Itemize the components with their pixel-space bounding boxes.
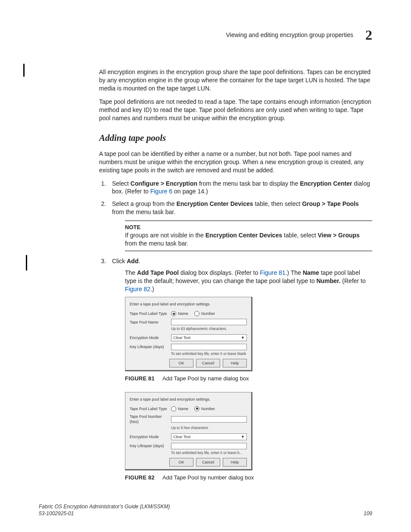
figure-label: FIGURE 82 bbox=[125, 474, 155, 481]
chevron-down-icon: ▼ bbox=[241, 335, 245, 340]
encryption-mode-select[interactable]: Clear Text▼ bbox=[171, 433, 247, 440]
select-value: Clear Text bbox=[173, 434, 190, 439]
revision-bar bbox=[26, 255, 27, 271]
text: . bbox=[138, 258, 140, 264]
help-button[interactable]: Help bbox=[223, 458, 247, 467]
radio-icon bbox=[171, 406, 176, 411]
text: Click bbox=[112, 258, 127, 264]
text: from the menu task bar to display the bbox=[197, 180, 300, 187]
encryption-mode-select[interactable]: Clear Text▼ bbox=[171, 334, 247, 341]
ui-name: Encryption Center Devices bbox=[206, 232, 282, 239]
key-lifespan-hint: To set unlimited key life, enter 0 or le… bbox=[171, 451, 247, 455]
chevron-down-icon: ▼ bbox=[241, 434, 245, 439]
encryption-mode-label: Encryption Mode bbox=[130, 434, 171, 439]
chapter-number: 2 bbox=[365, 26, 372, 44]
intro-paragraph-1: All encryption engines in the encryption… bbox=[99, 68, 372, 93]
add-tape-pool-number-dialog: Enter a tape pool label and encryption s… bbox=[125, 392, 252, 471]
dialog-instruction: Enter a tape pool label and encryption s… bbox=[130, 302, 247, 307]
encryption-mode-label: Encryption Mode bbox=[130, 335, 171, 340]
cancel-button[interactable]: Cancel bbox=[196, 359, 220, 367]
menu-path: View > Groups bbox=[318, 232, 359, 239]
cancel-button[interactable]: Cancel bbox=[196, 458, 220, 467]
footer-left: Fabric OS Encryption Administrator's Gui… bbox=[39, 503, 170, 517]
radio-label: Number bbox=[201, 406, 215, 411]
step-2: Select a group from the Encryption Cente… bbox=[108, 200, 372, 251]
pool-name-input[interactable] bbox=[171, 319, 247, 325]
note-box: NOTE If groups are not visible in the En… bbox=[125, 221, 372, 251]
doc-title: Fabric OS Encryption Administrator's Gui… bbox=[39, 503, 170, 510]
pool-name-label: Tape Pool Name bbox=[130, 320, 171, 325]
figure-82-caption: FIGURE 82Add Tape Pool by number dialog … bbox=[125, 474, 372, 482]
text: dialog box displays. (Refer to bbox=[179, 269, 260, 276]
figure-xref[interactable]: Figure 6 bbox=[150, 188, 172, 195]
figure-81-caption: FIGURE 81Add Tape Pool by name dialog bo… bbox=[125, 375, 372, 383]
ui-name: Encryption Center Devices bbox=[176, 200, 253, 207]
radio-icon bbox=[194, 406, 199, 411]
figure-label: FIGURE 81 bbox=[125, 375, 155, 382]
pool-number-input[interactable] bbox=[171, 416, 247, 423]
radio-name[interactable]: Name bbox=[171, 406, 188, 411]
ui-name: Encryption Center bbox=[300, 180, 352, 187]
ui-name: Add Tape Pool bbox=[137, 269, 179, 276]
pool-number-label: Tape Pool Number (hex) bbox=[130, 414, 171, 424]
text: table, select bbox=[282, 232, 318, 239]
section-paragraph: A tape pool can be identified by either … bbox=[99, 150, 372, 174]
ui-name: Number. bbox=[316, 277, 340, 284]
radio-icon bbox=[194, 311, 199, 316]
radio-number[interactable]: Number bbox=[194, 406, 215, 411]
text: table, then select bbox=[253, 200, 302, 207]
figure-xref[interactable]: Figure 81 bbox=[260, 269, 285, 276]
page-footer: Fabric OS Encryption Administrator's Gui… bbox=[39, 503, 372, 517]
text: The bbox=[125, 269, 137, 276]
radio-label: Name bbox=[178, 311, 188, 316]
figure-xref[interactable]: Figure 82 bbox=[125, 286, 150, 292]
running-title: Viewing and editing encryption group pro… bbox=[226, 31, 354, 39]
procedure-list: Select Configure > Encryption from the m… bbox=[99, 180, 372, 482]
menu-path: Group > Tape Pools bbox=[302, 200, 359, 207]
step-3: Click Add. The Add Tape Pool dialog box … bbox=[108, 257, 372, 481]
page-header: Viewing and editing encryption group pro… bbox=[39, 26, 372, 44]
radio-label: Number bbox=[201, 311, 215, 316]
ok-button[interactable]: OK bbox=[169, 458, 193, 467]
figure-title: Add Tape Pool by number dialog box bbox=[162, 474, 254, 481]
text: (Refer to bbox=[340, 277, 365, 284]
radio-name[interactable]: Name bbox=[171, 311, 188, 316]
revision-bar bbox=[23, 64, 25, 77]
text: from the menu task bar. bbox=[125, 240, 188, 247]
pool-number-hint: Up to 8 hex characters. bbox=[171, 426, 247, 430]
help-button[interactable]: Help bbox=[223, 359, 247, 367]
section-heading: Adding tape pools bbox=[99, 132, 372, 144]
radio-label: Name bbox=[178, 406, 188, 411]
radio-number[interactable]: Number bbox=[194, 311, 215, 316]
label-type-label: Tape Pool Label Type bbox=[130, 406, 171, 411]
text: on page 14.) bbox=[172, 188, 208, 195]
dialog-instruction: Enter a tape pool label and encryption s… bbox=[130, 397, 247, 402]
text: Select a group from the bbox=[112, 200, 176, 207]
text: If groups are not visible in the bbox=[125, 232, 206, 239]
key-lifespan-label: Key Lifespan (days) bbox=[130, 443, 171, 448]
page-number: 109 bbox=[364, 510, 372, 517]
button-name: Add bbox=[127, 258, 138, 264]
pool-name-hint: Up to 63 alphanumeric characters. bbox=[171, 327, 247, 331]
text: .) bbox=[150, 286, 154, 292]
note-text: If groups are not visible in the Encrypt… bbox=[125, 231, 372, 248]
figure-title: Add Tape Pool by name dialog box bbox=[162, 375, 249, 382]
key-lifespan-label: Key Lifespan (days) bbox=[130, 344, 171, 349]
text: from the menu task bar. bbox=[112, 208, 175, 215]
radio-icon bbox=[171, 311, 176, 316]
key-lifespan-hint: To set unlimited key life, enter 0 or le… bbox=[171, 352, 247, 356]
label-type-label: Tape Pool Label Type bbox=[130, 311, 171, 316]
doc-partnumber: 53-1002925-01 bbox=[39, 510, 170, 517]
intro-paragraph-2: Tape pool definitions are not needed to … bbox=[99, 98, 372, 122]
text: Select bbox=[112, 180, 131, 187]
key-lifespan-input[interactable] bbox=[171, 443, 247, 449]
note-label: NOTE bbox=[125, 224, 372, 231]
menu-path: Configure > Encryption bbox=[131, 180, 197, 187]
key-lifespan-input[interactable] bbox=[171, 344, 247, 350]
step-1: Select Configure > Encryption from the m… bbox=[108, 180, 372, 196]
add-tape-pool-name-dialog: Enter a tape pool label and encryption s… bbox=[125, 297, 252, 371]
text: .) The bbox=[285, 269, 302, 276]
step-3-body: The Add Tape Pool dialog box displays. (… bbox=[125, 269, 372, 293]
select-value: Clear Text bbox=[173, 335, 190, 340]
ok-button[interactable]: OK bbox=[169, 359, 193, 367]
